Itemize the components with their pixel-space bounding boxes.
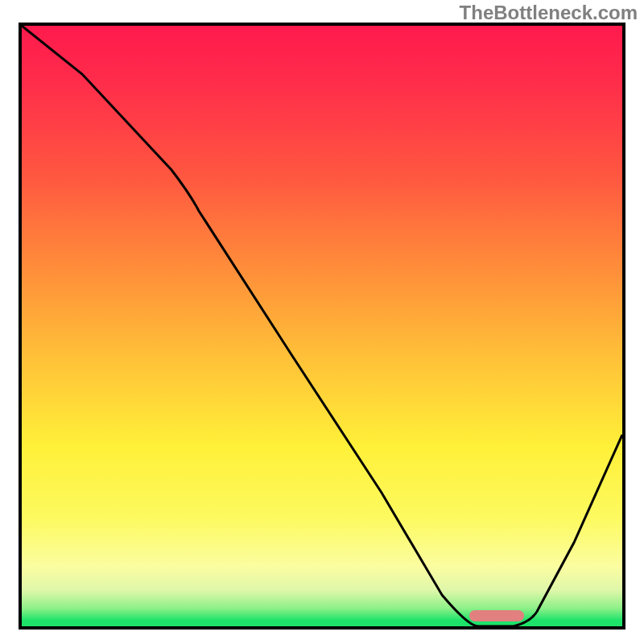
watermark-text: TheBottleneck.com (460, 2, 638, 24)
bottleneck-curve-path (22, 26, 622, 626)
optimal-range-marker (469, 610, 524, 621)
chart-curve-svg (22, 26, 622, 626)
chart-plot-area (19, 23, 625, 630)
